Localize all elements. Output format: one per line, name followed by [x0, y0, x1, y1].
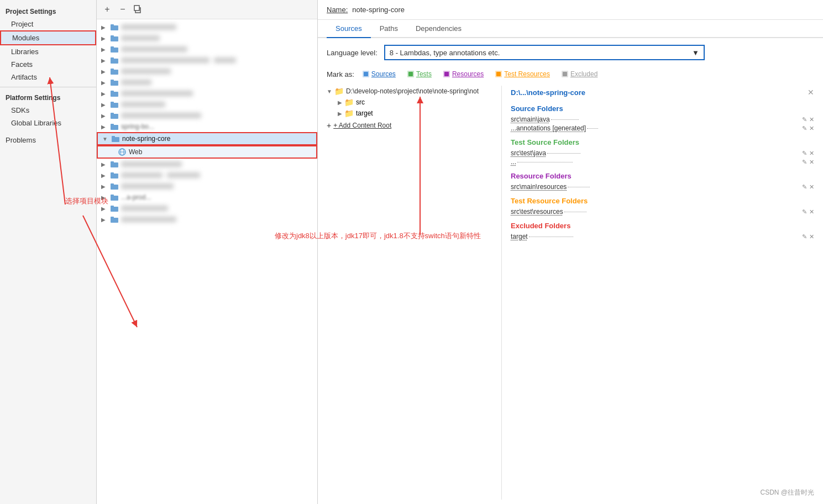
expand-target-icon: ▶ [338, 111, 342, 117]
delete-icon-6[interactable]: ✕ [809, 208, 814, 216]
sidebar-item-project[interactable]: Project [0, 18, 96, 30]
chevron-icon: ▶ [101, 24, 108, 30]
tree-item-web[interactable]: Web [97, 145, 317, 159]
tree-item-16[interactable]: ▶ [97, 214, 317, 225]
web-module-label: Web [129, 148, 142, 156]
tab-paths[interactable]: Paths [371, 20, 407, 38]
delete-icon-2[interactable]: ✕ [809, 125, 814, 132]
tree-item-1[interactable]: ▶ [97, 22, 317, 33]
excluded-folder-1: target ✎ ✕ [511, 232, 814, 241]
tree-item-14[interactable]: ▶ ...a-prod... [97, 192, 317, 203]
edit-icon[interactable]: ✎ [802, 116, 807, 123]
svg-rect-17 [111, 102, 114, 104]
tree-item-11[interactable]: ▶ [97, 159, 317, 170]
test-resources-icon [495, 70, 502, 78]
tree-item-5[interactable]: ▶ [97, 66, 317, 77]
delete-icon-5[interactable]: ✕ [809, 183, 814, 191]
source-folder-path-2: ...annotations [generated] [511, 124, 802, 132]
delete-icon-7[interactable]: ✕ [809, 233, 814, 240]
tree-item-6[interactable]: ▶ [97, 77, 317, 88]
folder-yellow-icon2: 📁 [344, 109, 354, 118]
tree-item-8[interactable]: ▶ [97, 99, 317, 110]
tests-icon [407, 70, 415, 78]
language-level-select[interactable]: 8 - Lambdas, type annotations etc. ▼ [384, 45, 705, 60]
mark-test-resources-label: Test Resources [504, 70, 550, 78]
folder-icon [110, 67, 119, 75]
sidebar-item-artifacts[interactable]: Artifacts [0, 71, 96, 83]
name-label: Name: [327, 6, 348, 14]
folder-yellow-icon: 📁 [344, 98, 354, 107]
mark-as-label: Mark as: [327, 70, 354, 78]
sidebar-item-facets[interactable]: Facets [0, 58, 96, 71]
folder-icon [110, 171, 119, 179]
tab-paths-label: Paths [380, 24, 398, 33]
info-header: D:\...\note-spring-core ✕ [511, 86, 814, 99]
source-folder-2: ...annotations [generated] ✎ ✕ [511, 124, 814, 133]
svg-rect-23 [112, 136, 115, 138]
sidebar-item-modules[interactable]: Modules [0, 30, 96, 45]
edit-icon-3[interactable]: ✎ [802, 150, 807, 157]
sidebar-item-libraries[interactable]: Libraries [0, 45, 96, 58]
edit-icon-7[interactable]: ✎ [802, 233, 807, 240]
tab-sources[interactable]: Sources [327, 20, 371, 38]
sidebar-item-sdks[interactable]: SDKs [0, 104, 96, 117]
tree-item-12[interactable]: ▶ [97, 170, 317, 181]
sidebar-problems-label: Problems [6, 136, 36, 144]
module-tree: ▶ ▶ ▶ [97, 19, 317, 504]
tree-item-15[interactable]: ▶ [97, 203, 317, 214]
mark-as-row: Mark as: Sources Tests Resources Test Re… [318, 67, 823, 81]
add-module-button[interactable]: + [101, 3, 113, 15]
chevron-icon: ▼ [102, 136, 109, 142]
tree-item-9[interactable]: ▶ [97, 110, 317, 121]
chevron-icon: ▶ [101, 206, 108, 212]
tab-dependencies[interactable]: Dependencies [407, 20, 470, 38]
excluded-actions-1: ✎ ✕ [802, 233, 814, 240]
close-button[interactable]: ✕ [808, 88, 814, 97]
tree-item-13[interactable]: ▶ [97, 181, 317, 192]
mark-resources-button[interactable]: Resources [439, 69, 487, 79]
target-row[interactable]: ▶ 📁 target [327, 108, 492, 119]
svg-rect-32 [111, 183, 114, 186]
mark-test-resources-button[interactable]: Test Resources [491, 69, 553, 79]
sidebar-divider [0, 87, 96, 87]
tree-item-10[interactable]: ▶ spring-bo... [97, 121, 317, 132]
sidebar-item-global-libraries[interactable]: Global Libraries [0, 117, 96, 129]
mark-tests-button[interactable]: Tests [403, 69, 435, 79]
mark-excluded-button[interactable]: Excluded [558, 69, 601, 79]
svg-rect-38 [111, 217, 114, 219]
root-path-row[interactable]: ▼ 📁 D:\develop-notes\project\note\note-s… [327, 86, 492, 97]
module-list: + − ▶ ▶ [97, 0, 318, 504]
delete-icon-4[interactable]: ✕ [809, 159, 814, 166]
chevron-icon: ▶ [101, 113, 108, 119]
tree-item-note-spring-core[interactable]: ▼ note-spring-core [97, 132, 317, 145]
sidebar-project-label: Project [11, 20, 33, 28]
sidebar-item-problems[interactable]: Problems [0, 134, 96, 146]
remove-module-button[interactable]: − [117, 3, 129, 15]
select-module-annotation: 选择项目模块 [65, 196, 108, 206]
tree-item-2[interactable]: ▶ [97, 33, 317, 44]
mark-sources-button[interactable]: Sources [359, 69, 399, 79]
src-row[interactable]: ▶ 📁 src [327, 97, 492, 108]
copy-module-button[interactable] [132, 3, 144, 15]
tree-item-7[interactable]: ▶ [97, 88, 317, 99]
tree-item-3[interactable]: ▶ [97, 44, 317, 55]
delete-icon[interactable]: ✕ [809, 116, 814, 123]
info-path: D:\...\note-spring-core [511, 88, 585, 97]
tree-item-4[interactable]: ▶ [97, 55, 317, 66]
folder-icon [110, 216, 119, 223]
edit-icon-2[interactable]: ✎ [802, 125, 807, 132]
svg-rect-30 [111, 172, 114, 175]
resources-icon [443, 70, 450, 78]
test-source-path-1: src\test\java [511, 149, 802, 157]
source-folders-heading: Source Folders [511, 104, 814, 113]
edit-icon-4[interactable]: ✎ [802, 159, 807, 166]
chevron-icon: ▶ [101, 161, 108, 167]
folder-icon [110, 160, 119, 168]
mark-excluded-label: Excluded [570, 70, 597, 78]
module-name-blurred [121, 217, 176, 222]
edit-icon-5[interactable]: ✎ [802, 183, 807, 191]
add-content-root-button[interactable]: + + Add Content Root [327, 119, 492, 132]
delete-icon-3[interactable]: ✕ [809, 150, 814, 157]
edit-icon-6[interactable]: ✎ [802, 208, 807, 216]
mark-sources-label: Sources [371, 70, 396, 78]
